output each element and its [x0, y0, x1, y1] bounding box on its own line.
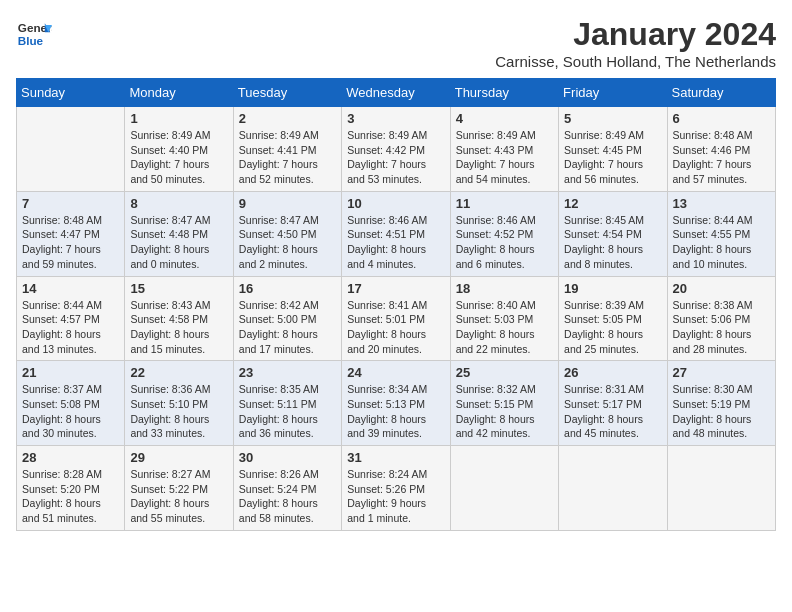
title-area: January 2024 Carnisse, South Holland, Th… — [495, 16, 776, 70]
calendar-cell: 16Sunrise: 8:42 AM Sunset: 5:00 PM Dayli… — [233, 276, 341, 361]
day-number: 29 — [130, 450, 227, 465]
day-info: Sunrise: 8:45 AM Sunset: 4:54 PM Dayligh… — [564, 213, 661, 272]
calendar-week-row: 28Sunrise: 8:28 AM Sunset: 5:20 PM Dayli… — [17, 446, 776, 531]
calendar-week-row: 7Sunrise: 8:48 AM Sunset: 4:47 PM Daylig… — [17, 191, 776, 276]
day-number: 17 — [347, 281, 444, 296]
calendar-cell: 31Sunrise: 8:24 AM Sunset: 5:26 PM Dayli… — [342, 446, 450, 531]
day-info: Sunrise: 8:49 AM Sunset: 4:40 PM Dayligh… — [130, 128, 227, 187]
calendar-cell: 10Sunrise: 8:46 AM Sunset: 4:51 PM Dayli… — [342, 191, 450, 276]
calendar-cell: 26Sunrise: 8:31 AM Sunset: 5:17 PM Dayli… — [559, 361, 667, 446]
day-info: Sunrise: 8:35 AM Sunset: 5:11 PM Dayligh… — [239, 382, 336, 441]
calendar-week-row: 1Sunrise: 8:49 AM Sunset: 4:40 PM Daylig… — [17, 107, 776, 192]
day-number: 5 — [564, 111, 661, 126]
calendar-cell: 22Sunrise: 8:36 AM Sunset: 5:10 PM Dayli… — [125, 361, 233, 446]
calendar-table: SundayMondayTuesdayWednesdayThursdayFrid… — [16, 78, 776, 531]
day-number: 19 — [564, 281, 661, 296]
day-info: Sunrise: 8:38 AM Sunset: 5:06 PM Dayligh… — [673, 298, 770, 357]
day-info: Sunrise: 8:47 AM Sunset: 4:50 PM Dayligh… — [239, 213, 336, 272]
day-number: 28 — [22, 450, 119, 465]
calendar-cell: 23Sunrise: 8:35 AM Sunset: 5:11 PM Dayli… — [233, 361, 341, 446]
day-info: Sunrise: 8:49 AM Sunset: 4:41 PM Dayligh… — [239, 128, 336, 187]
day-info: Sunrise: 8:48 AM Sunset: 4:46 PM Dayligh… — [673, 128, 770, 187]
calendar-cell: 4Sunrise: 8:49 AM Sunset: 4:43 PM Daylig… — [450, 107, 558, 192]
logo: General Blue — [16, 16, 52, 52]
calendar-cell: 2Sunrise: 8:49 AM Sunset: 4:41 PM Daylig… — [233, 107, 341, 192]
day-info: Sunrise: 8:24 AM Sunset: 5:26 PM Dayligh… — [347, 467, 444, 526]
svg-text:Blue: Blue — [18, 34, 44, 47]
day-info: Sunrise: 8:39 AM Sunset: 5:05 PM Dayligh… — [564, 298, 661, 357]
calendar-cell: 28Sunrise: 8:28 AM Sunset: 5:20 PM Dayli… — [17, 446, 125, 531]
day-number: 22 — [130, 365, 227, 380]
day-number: 15 — [130, 281, 227, 296]
day-info: Sunrise: 8:41 AM Sunset: 5:01 PM Dayligh… — [347, 298, 444, 357]
day-number: 12 — [564, 196, 661, 211]
location-title: Carnisse, South Holland, The Netherlands — [495, 53, 776, 70]
day-info: Sunrise: 8:34 AM Sunset: 5:13 PM Dayligh… — [347, 382, 444, 441]
calendar-cell: 17Sunrise: 8:41 AM Sunset: 5:01 PM Dayli… — [342, 276, 450, 361]
day-number: 26 — [564, 365, 661, 380]
day-info: Sunrise: 8:46 AM Sunset: 4:52 PM Dayligh… — [456, 213, 553, 272]
day-number: 7 — [22, 196, 119, 211]
day-number: 23 — [239, 365, 336, 380]
day-info: Sunrise: 8:40 AM Sunset: 5:03 PM Dayligh… — [456, 298, 553, 357]
calendar-cell: 29Sunrise: 8:27 AM Sunset: 5:22 PM Dayli… — [125, 446, 233, 531]
day-number: 6 — [673, 111, 770, 126]
day-info: Sunrise: 8:44 AM Sunset: 4:55 PM Dayligh… — [673, 213, 770, 272]
day-number: 25 — [456, 365, 553, 380]
day-number: 30 — [239, 450, 336, 465]
calendar-cell: 1Sunrise: 8:49 AM Sunset: 4:40 PM Daylig… — [125, 107, 233, 192]
calendar-cell: 7Sunrise: 8:48 AM Sunset: 4:47 PM Daylig… — [17, 191, 125, 276]
day-number: 14 — [22, 281, 119, 296]
day-info: Sunrise: 8:43 AM Sunset: 4:58 PM Dayligh… — [130, 298, 227, 357]
month-title: January 2024 — [495, 16, 776, 53]
calendar-cell: 14Sunrise: 8:44 AM Sunset: 4:57 PM Dayli… — [17, 276, 125, 361]
weekday-header-wednesday: Wednesday — [342, 79, 450, 107]
day-number: 20 — [673, 281, 770, 296]
day-number: 18 — [456, 281, 553, 296]
calendar-cell: 15Sunrise: 8:43 AM Sunset: 4:58 PM Dayli… — [125, 276, 233, 361]
day-info: Sunrise: 8:36 AM Sunset: 5:10 PM Dayligh… — [130, 382, 227, 441]
day-info: Sunrise: 8:48 AM Sunset: 4:47 PM Dayligh… — [22, 213, 119, 272]
calendar-cell: 21Sunrise: 8:37 AM Sunset: 5:08 PM Dayli… — [17, 361, 125, 446]
weekday-header-monday: Monday — [125, 79, 233, 107]
calendar-cell — [559, 446, 667, 531]
calendar-cell: 20Sunrise: 8:38 AM Sunset: 5:06 PM Dayli… — [667, 276, 775, 361]
day-number: 16 — [239, 281, 336, 296]
day-info: Sunrise: 8:49 AM Sunset: 4:45 PM Dayligh… — [564, 128, 661, 187]
day-number: 9 — [239, 196, 336, 211]
calendar-cell — [667, 446, 775, 531]
calendar-cell — [450, 446, 558, 531]
day-info: Sunrise: 8:44 AM Sunset: 4:57 PM Dayligh… — [22, 298, 119, 357]
day-info: Sunrise: 8:47 AM Sunset: 4:48 PM Dayligh… — [130, 213, 227, 272]
day-number: 13 — [673, 196, 770, 211]
calendar-cell: 27Sunrise: 8:30 AM Sunset: 5:19 PM Dayli… — [667, 361, 775, 446]
day-info: Sunrise: 8:49 AM Sunset: 4:43 PM Dayligh… — [456, 128, 553, 187]
day-info: Sunrise: 8:49 AM Sunset: 4:42 PM Dayligh… — [347, 128, 444, 187]
calendar-cell: 13Sunrise: 8:44 AM Sunset: 4:55 PM Dayli… — [667, 191, 775, 276]
calendar-cell: 8Sunrise: 8:47 AM Sunset: 4:48 PM Daylig… — [125, 191, 233, 276]
calendar-cell: 24Sunrise: 8:34 AM Sunset: 5:13 PM Dayli… — [342, 361, 450, 446]
calendar-header-row: SundayMondayTuesdayWednesdayThursdayFrid… — [17, 79, 776, 107]
calendar-cell: 30Sunrise: 8:26 AM Sunset: 5:24 PM Dayli… — [233, 446, 341, 531]
day-number: 10 — [347, 196, 444, 211]
calendar-cell: 9Sunrise: 8:47 AM Sunset: 4:50 PM Daylig… — [233, 191, 341, 276]
page-header: General Blue January 2024 Carnisse, Sout… — [16, 16, 776, 70]
weekday-header-saturday: Saturday — [667, 79, 775, 107]
calendar-cell: 12Sunrise: 8:45 AM Sunset: 4:54 PM Dayli… — [559, 191, 667, 276]
day-info: Sunrise: 8:42 AM Sunset: 5:00 PM Dayligh… — [239, 298, 336, 357]
weekday-header-thursday: Thursday — [450, 79, 558, 107]
calendar-cell: 11Sunrise: 8:46 AM Sunset: 4:52 PM Dayli… — [450, 191, 558, 276]
day-number: 24 — [347, 365, 444, 380]
day-info: Sunrise: 8:30 AM Sunset: 5:19 PM Dayligh… — [673, 382, 770, 441]
day-info: Sunrise: 8:32 AM Sunset: 5:15 PM Dayligh… — [456, 382, 553, 441]
day-info: Sunrise: 8:31 AM Sunset: 5:17 PM Dayligh… — [564, 382, 661, 441]
day-number: 4 — [456, 111, 553, 126]
day-number: 1 — [130, 111, 227, 126]
day-info: Sunrise: 8:46 AM Sunset: 4:51 PM Dayligh… — [347, 213, 444, 272]
calendar-cell — [17, 107, 125, 192]
day-number: 11 — [456, 196, 553, 211]
weekday-header-sunday: Sunday — [17, 79, 125, 107]
calendar-cell: 18Sunrise: 8:40 AM Sunset: 5:03 PM Dayli… — [450, 276, 558, 361]
day-info: Sunrise: 8:26 AM Sunset: 5:24 PM Dayligh… — [239, 467, 336, 526]
weekday-header-friday: Friday — [559, 79, 667, 107]
